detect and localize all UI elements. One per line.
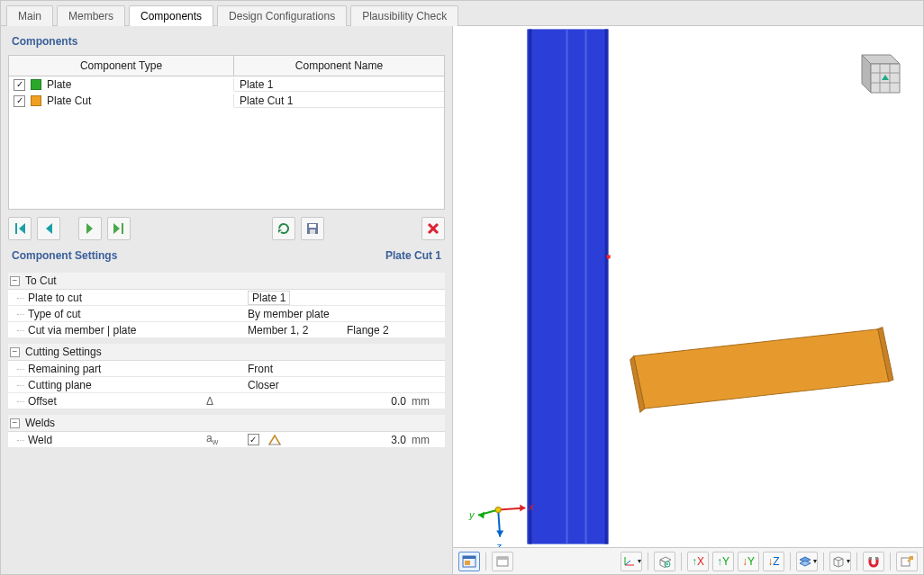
new-window-button[interactable] [896, 552, 918, 571]
svg-rect-35 [497, 557, 508, 560]
row-type-of-cut[interactable]: Type of cut By member plate [8, 306, 445, 322]
view-mode-2-button[interactable] [492, 552, 513, 571]
svg-rect-5 [529, 29, 531, 544]
group-header-to-cut[interactable]: − To Cut [8, 273, 445, 290]
group-header-welds[interactable]: − Welds [8, 415, 445, 432]
arrow-down-icon [83, 221, 97, 236]
svg-text:y: y [468, 509, 476, 520]
row-remaining-part[interactable]: Remaining part Front [8, 361, 445, 377]
svg-line-38 [625, 561, 630, 565]
axis-plus-y-button[interactable]: ↑Y [712, 552, 734, 571]
left-panel: Components Component Type Component Name… [1, 26, 453, 574]
offset-value[interactable]: 0.0 [285, 395, 412, 408]
svg-rect-49 [869, 557, 872, 560]
type-of-cut-value: By member plate [242, 308, 445, 320]
arrow-last-icon [112, 221, 126, 236]
weld-checkbox[interactable] [248, 434, 259, 445]
save-icon [305, 221, 320, 236]
window-icon [462, 555, 476, 568]
axis-icon [622, 555, 637, 568]
plate-to-cut-value[interactable]: Plate 1 [248, 291, 290, 305]
axis-xyz-button[interactable]: ▾ [621, 552, 642, 571]
svg-rect-32 [463, 556, 476, 559]
view-layers-button[interactable]: ▾ [796, 552, 818, 571]
save-button[interactable] [301, 217, 324, 240]
weld-symbol-icon [264, 434, 285, 446]
delete-button[interactable] [421, 217, 445, 240]
move-up-button[interactable] [37, 217, 60, 240]
color-swatch [31, 95, 41, 106]
axis-minus-z-button[interactable]: ↓Z [763, 552, 784, 571]
weld-value[interactable]: 3.0 [285, 434, 412, 446]
magnet-button[interactable] [863, 552, 884, 571]
collapse-icon[interactable]: − [10, 347, 20, 357]
svg-marker-9 [634, 329, 889, 409]
navigation-cube[interactable] [847, 44, 905, 102]
row-cut-via-member-plate[interactable]: Cut via member | plate Member 1, 2 Flang… [8, 322, 445, 338]
move-last-button[interactable] [107, 217, 131, 240]
svg-rect-12 [607, 255, 611, 258]
move-down-button[interactable] [78, 217, 102, 240]
svg-marker-39 [660, 557, 671, 562]
svg-marker-17 [478, 511, 485, 518]
view-toolbar: ▾ ↑X ↑Y ↓Y ↓Z ▾ ▾ [453, 547, 923, 574]
view-cube-button[interactable]: ▾ [829, 552, 851, 571]
refresh-button[interactable] [272, 217, 295, 240]
component-type-label: Plate Cut [47, 94, 91, 107]
row-checkbox[interactable] [14, 79, 25, 91]
popout-icon [900, 555, 914, 568]
axis-plus-x-button[interactable]: ↑X [687, 552, 709, 571]
layers-icon [798, 555, 812, 568]
table-row[interactable]: Plate Plate 1 [9, 76, 444, 93]
svg-rect-6 [566, 29, 567, 544]
svg-text:z: z [495, 541, 502, 547]
row-offset[interactable]: Offset Δ 0.0 mm [8, 393, 445, 409]
svg-rect-2 [310, 229, 315, 234]
svg-marker-20 [496, 531, 503, 537]
table-row[interactable]: Plate Cut Plate Cut 1 [9, 93, 444, 109]
col-header-type: Component Type [9, 56, 234, 76]
tab-components[interactable]: Components [129, 5, 213, 26]
right-panel: x y z [453, 26, 923, 574]
axis-minus-y-button[interactable]: ↓Y [738, 552, 759, 571]
viewport-3d[interactable]: x y z [453, 26, 923, 547]
cut-via-plate-value: Flange 2 [341, 324, 431, 337]
svg-line-47 [838, 559, 843, 561]
row-plate-to-cut[interactable]: Plate to cut Plate 1 [8, 290, 445, 306]
svg-marker-14 [520, 504, 525, 511]
component-name-cell[interactable]: Plate Cut 1 [234, 94, 444, 108]
move-first-button[interactable] [8, 217, 32, 240]
svg-line-46 [834, 559, 838, 561]
row-cutting-plane[interactable]: Cutting plane Closer [8, 377, 445, 393]
component-type-label: Plate [47, 78, 71, 91]
group-header-cutting-settings[interactable]: − Cutting Settings [8, 344, 445, 361]
arrow-first-icon [13, 221, 27, 236]
cube-icon [831, 555, 846, 568]
components-title: Components [8, 33, 445, 49]
svg-rect-1 [309, 224, 316, 228]
svg-marker-44 [800, 561, 811, 566]
magnet-icon [866, 555, 881, 568]
collapse-icon[interactable]: − [10, 418, 20, 428]
svg-rect-50 [875, 557, 878, 560]
arrow-up-icon [41, 221, 56, 236]
svg-rect-33 [465, 561, 470, 565]
color-swatch [31, 79, 41, 90]
svg-point-42 [666, 563, 668, 565]
col-header-name: Component Name [234, 56, 444, 76]
tab-members[interactable]: Members [57, 5, 125, 26]
svg-rect-7 [585, 29, 587, 544]
row-weld[interactable]: Weld aw 3.0 mm [8, 432, 445, 448]
view-mode-button[interactable] [458, 552, 480, 571]
collapse-icon[interactable]: − [10, 276, 20, 286]
view-look-button[interactable] [654, 552, 675, 571]
tab-design-configurations[interactable]: Design Configurations [217, 5, 347, 26]
settings-context: Plate Cut 1 [385, 249, 441, 262]
tab-plausibility-check[interactable]: Plausibility Check [350, 5, 458, 26]
tab-main[interactable]: Main [6, 5, 53, 26]
svg-point-22 [495, 507, 501, 512]
settings-title: Component Settings Plate Cut 1 [8, 247, 445, 264]
row-checkbox[interactable] [14, 95, 25, 107]
component-name-cell[interactable]: Plate 1 [234, 78, 444, 92]
cube-eye-icon [657, 555, 672, 568]
